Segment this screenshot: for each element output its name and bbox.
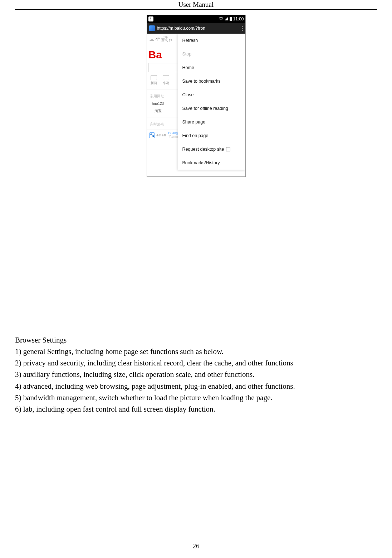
- site-icon: [149, 25, 155, 31]
- header-title: User Manual: [178, 1, 214, 8]
- url-text: https://m.baidu.com/?fron: [157, 26, 238, 31]
- news-icon: [151, 75, 157, 80]
- menu-save-bookmarks[interactable]: Save to bookmarks: [178, 74, 245, 88]
- section-heading: Browser Settings: [15, 334, 377, 346]
- page-number: 26: [0, 542, 392, 550]
- alarm-icon: [219, 16, 223, 21]
- item-4: 4) advanced, including web browsing, pag…: [15, 380, 377, 392]
- air-quality: 空气 77: [161, 39, 172, 42]
- item-1: 1) general Settings, including home page…: [15, 346, 377, 357]
- item-5: 5) bandwidth management, switch whether …: [15, 392, 377, 403]
- status-time: 11:00: [233, 16, 244, 21]
- desktop-site-checkbox[interactable]: [226, 147, 230, 151]
- notification-icon: !: [148, 16, 153, 21]
- browser-viewport: ☁ 4° 上海 空气 77 Ba 新闻 小说: [147, 34, 245, 176]
- browser-dropdown-menu: Refresh Stop Home Save to bookmarks Clos…: [178, 34, 245, 170]
- weather-icon: ☁: [149, 36, 154, 42]
- tab-novel[interactable]: 小说: [163, 75, 169, 86]
- item-3: 3) auxiliary functions, including size, …: [15, 369, 377, 380]
- item-2: 2) privacy and security, including clear…: [15, 357, 377, 369]
- link-hao123[interactable]: hao123: [152, 102, 164, 106]
- menu-home[interactable]: Home: [178, 61, 245, 74]
- footer-divider: [15, 540, 377, 540]
- url-bar[interactable]: https://m.baidu.com/?fron: [147, 23, 245, 34]
- temperature: 4°: [156, 37, 160, 42]
- page-header: User Manual: [15, 0, 377, 10]
- menu-refresh[interactable]: Refresh: [178, 34, 245, 47]
- menu-desktop-site[interactable]: Request desktop site: [178, 142, 245, 156]
- menu-save-offline[interactable]: Save for offline reading: [178, 102, 245, 115]
- signal-icon: [224, 16, 229, 21]
- status-bar: ! 11:00: [147, 15, 245, 23]
- battery-icon: [230, 17, 232, 21]
- body-text: Browser Settings 1) general Settings, in…: [15, 334, 377, 415]
- menu-find[interactable]: Find on page: [178, 129, 245, 142]
- phone-screenshot: ! 11:00 https://m.baidu.com/?fron ☁ 4° 上…: [147, 15, 246, 177]
- baidu-app-icon: 🐾: [149, 132, 155, 138]
- menu-share[interactable]: Share page: [178, 115, 245, 129]
- novel-icon: [163, 75, 169, 80]
- menu-stop: Stop: [178, 47, 245, 61]
- link-taobao[interactable]: 淘宝: [155, 108, 162, 113]
- common-links: hao123 淘宝: [147, 100, 165, 113]
- promo-caption: 手机百度: [156, 134, 166, 136]
- item-6: 6) lab, including open fast control and …: [15, 403, 377, 415]
- overflow-menu-icon[interactable]: [240, 26, 243, 31]
- tab-news[interactable]: 新闻: [151, 75, 157, 86]
- menu-bookmarks-history[interactable]: Bookmarks/History: [178, 156, 245, 170]
- menu-close[interactable]: Close: [178, 88, 245, 102]
